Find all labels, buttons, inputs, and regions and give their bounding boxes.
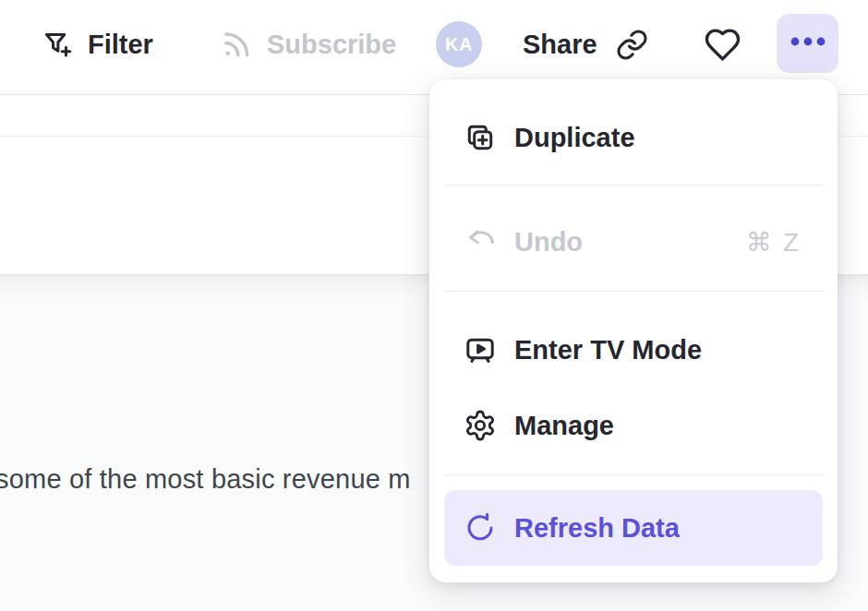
- link-icon: [615, 28, 649, 62]
- share-button[interactable]: Share: [523, 0, 597, 89]
- filter-label: Filter: [88, 30, 153, 60]
- menu-divider: [444, 474, 823, 475]
- menu-item-label: Manage: [514, 411, 614, 441]
- favorite-button[interactable]: [704, 0, 741, 89]
- menu-item-duplicate[interactable]: Duplicate: [444, 100, 823, 175]
- tv-play-icon: [464, 333, 497, 366]
- subscribe-label: Subscribe: [267, 30, 396, 60]
- menu-item-label: Enter TV Mode: [514, 335, 702, 365]
- heart-icon: [704, 26, 741, 64]
- menu-divider: [444, 291, 823, 292]
- dashboard-text-card: some of the most basic revenue m: [0, 464, 411, 495]
- more-options-button[interactable]: [777, 14, 838, 73]
- avatar[interactable]: KA: [436, 21, 482, 67]
- menu-item-refresh-data[interactable]: Refresh Data: [444, 490, 823, 566]
- undo-icon: [464, 225, 497, 258]
- rss-icon: [220, 28, 253, 61]
- refresh-icon: [464, 511, 497, 545]
- share-label: Share: [523, 30, 597, 60]
- ellipsis-icon: [787, 30, 829, 56]
- funnel-plus-icon: [41, 28, 74, 61]
- menu-item-undo[interactable]: Undo ⌘ Z: [444, 204, 823, 280]
- shortcut-badge: ⌘ Z: [746, 227, 801, 258]
- avatar-initials: KA: [445, 34, 473, 55]
- menu-item-label: Refresh Data: [514, 513, 680, 544]
- menu-item-enter-tv-mode[interactable]: Enter TV Mode: [444, 312, 823, 388]
- menu-divider: [444, 185, 823, 186]
- duplicate-plus-icon: [464, 121, 497, 154]
- menu-item-manage[interactable]: Manage: [444, 388, 823, 463]
- menu-item-label: Undo: [514, 227, 583, 258]
- subscribe-button[interactable]: Subscribe: [220, 0, 396, 89]
- menu-item-label: Duplicate: [514, 123, 635, 153]
- gear-icon: [464, 409, 497, 442]
- filter-button[interactable]: Filter: [41, 0, 153, 89]
- app-window: some of the most basic revenue m Filter …: [0, 0, 868, 611]
- more-options-menu: Duplicate Undo ⌘ Z Enter TV M: [429, 79, 838, 582]
- copy-link-button[interactable]: [615, 0, 649, 89]
